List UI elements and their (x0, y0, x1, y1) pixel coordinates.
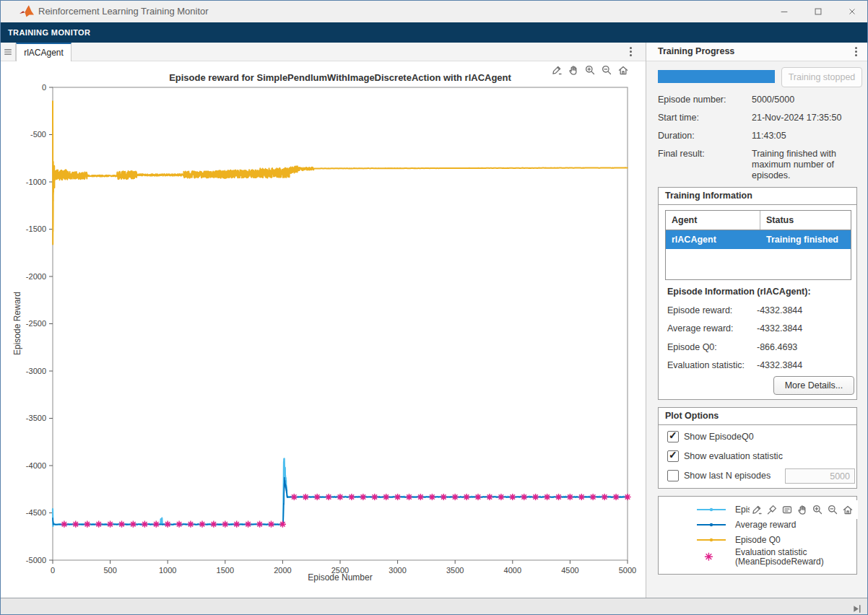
row-label: Duration: (658, 131, 695, 141)
svg-text:-4500: -4500 (26, 508, 46, 517)
row-value: -4332.3844 (757, 323, 802, 333)
checkbox-label: Show last N episodes (684, 471, 771, 481)
episode-info-title: Episode Information (rlACAgent): (667, 287, 852, 297)
row-label: Average reward: (667, 323, 734, 333)
document-actions-menu[interactable] (630, 47, 632, 56)
svg-text:-2500: -2500 (26, 319, 46, 328)
checkbox-icon[interactable] (667, 470, 679, 481)
chart-title: Episode reward for SimplePendlumWithImag… (169, 72, 511, 83)
svg-text:-4000: -4000 (26, 461, 46, 470)
pan-icon[interactable] (795, 502, 810, 517)
svg-text:2000: 2000 (274, 566, 291, 575)
svg-text:4000: 4000 (504, 566, 521, 575)
y-axis-label: Episode Reward (12, 292, 22, 355)
table-row[interactable]: rlACAgent Training finished (666, 230, 851, 249)
svg-text:-500: -500 (30, 130, 46, 139)
window-title: Reinforcement Learning Training Monitor (38, 6, 209, 17)
pan-icon[interactable] (566, 63, 581, 77)
document-tab-bar (1, 43, 646, 61)
row-label: Start time: (658, 113, 699, 123)
svg-text:0: 0 (42, 83, 46, 92)
progress-bar-fill (658, 70, 775, 83)
cell-agent: rlACAgent (666, 230, 760, 249)
plot-document: 0500100015002000250030003500400045005000… (1, 61, 646, 598)
more-details-button[interactable]: More Details... (773, 376, 854, 395)
home-icon[interactable] (616, 63, 630, 77)
x-axis-label: Episode Number (308, 572, 372, 583)
home-icon[interactable] (841, 502, 855, 517)
show-episodeq0-option[interactable]: Show EpisodeQ0 (667, 431, 754, 442)
svg-text:3500: 3500 (446, 566, 464, 575)
svg-text:-2000: -2000 (26, 272, 46, 281)
legend-axes-toolbar (750, 500, 858, 519)
document-list-button[interactable] (1, 43, 16, 61)
svg-text:-1000: -1000 (26, 178, 46, 186)
episode-q0-row: Episode Q0: -866.4693 (667, 342, 852, 352)
section-title: Training Information (659, 188, 856, 205)
svg-text:-1500: -1500 (26, 224, 46, 233)
status-strip (1, 598, 868, 615)
tab-label: rlACAgent (24, 48, 64, 58)
checkbox-icon[interactable] (667, 450, 679, 462)
row-value: 5000/5000 (752, 95, 862, 105)
minimize-button[interactable] (768, 1, 801, 22)
svg-text:5000: 5000 (619, 566, 636, 575)
zoom-out-icon[interactable] (825, 502, 840, 517)
svg-text:-3000: -3000 (26, 367, 46, 375)
show-last-n-episodes-option[interactable]: Show last N episodes (667, 470, 771, 481)
legend-sample (690, 534, 731, 546)
svg-text:1000: 1000 (159, 566, 176, 575)
close-button[interactable] (836, 1, 868, 22)
checkbox-icon[interactable] (667, 431, 679, 442)
legend-entry-episode-q0: Episode Q0 (690, 533, 851, 547)
row-value: -4332.3844 (757, 305, 802, 315)
legend-entry-evaluation-statistic: Evaluation statistic (MeanEpisodeReward) (690, 547, 851, 567)
panel-actions-menu[interactable] (855, 47, 857, 56)
zoom-in-icon[interactable] (583, 63, 597, 77)
row-label: Episode Q0: (667, 342, 717, 352)
hamburger-icon (3, 47, 13, 57)
title-bar: Reinforcement Learning Training Monitor (1, 1, 868, 22)
svg-text:-5000: -5000 (26, 556, 46, 564)
legend-label: Episode Q0 (735, 536, 851, 545)
legend-entry-average-reward: Average reward (690, 518, 851, 532)
section-title: Plot Options (659, 408, 856, 425)
row-value: Training finished with maximum number of… (752, 149, 862, 181)
collapse-panel-icon[interactable] (849, 601, 864, 615)
export-icon[interactable] (550, 63, 564, 77)
training-progress-header: Training Progress (646, 43, 868, 61)
training-stopped-button[interactable]: Training stopped (781, 67, 862, 87)
plot-options-section: Plot Options Show EpisodeQ0 Show evaluat… (658, 407, 857, 489)
n-episodes-input[interactable] (785, 468, 855, 484)
brush-icon[interactable] (765, 502, 779, 517)
toolstrip-tab-training-monitor[interactable]: TRAINING MONITOR (8, 22, 90, 43)
export-icon[interactable] (750, 502, 764, 517)
svg-text:3000: 3000 (389, 566, 406, 575)
training-information-section: Training Information Agent Status rlACAg… (658, 187, 857, 400)
row-value: -866.4693 (757, 342, 797, 352)
checkbox-label: Show evaluation statistic (684, 451, 783, 461)
legend-sample (690, 519, 731, 531)
zoom-in-icon[interactable] (810, 502, 825, 517)
axes-toolbar (548, 62, 632, 78)
average-reward-row: Average reward: -4332.3844 (667, 323, 852, 333)
legend-box: Episode reward Average reward Episode Q0… (658, 496, 857, 575)
panel-title: Training Progress (658, 46, 734, 56)
legend-label: Average reward (735, 520, 851, 530)
datatips-icon[interactable] (780, 502, 794, 517)
legend-label: Evaluation statistic (MeanEpisodeReward) (735, 548, 851, 567)
progress-bar (658, 70, 775, 83)
show-evaluation-statistic-option[interactable]: Show evaluation statistic (667, 450, 783, 462)
zoom-out-icon[interactable] (599, 63, 614, 77)
app-window: Reinforcement Learning Training Monitor … (0, 0, 868, 615)
svg-text:0: 0 (51, 566, 55, 575)
svg-text:-3500: -3500 (26, 414, 46, 422)
tab-rlacagent[interactable]: rlACAgent (16, 43, 71, 61)
plot-canvas[interactable]: 0500100015002000250030003500400045005000… (1, 61, 646, 598)
row-label: Episode number: (658, 95, 726, 105)
svg-text:500: 500 (103, 566, 116, 575)
svg-text:1500: 1500 (217, 566, 234, 575)
table-header-row: Agent Status (666, 211, 851, 230)
maximize-button[interactable] (802, 1, 835, 22)
legend-sample (690, 504, 731, 515)
